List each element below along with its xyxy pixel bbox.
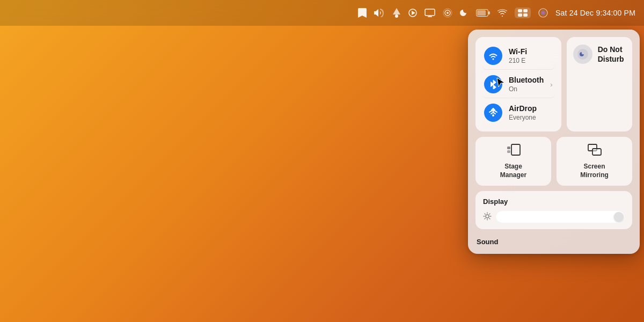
screen-mirroring-tile[interactable]: Screen Mirroring	[557, 137, 632, 186]
control-center-panel: Wi-Fi 210 E Bluetooth On ›	[468, 30, 640, 254]
svg-point-25	[486, 215, 489, 218]
svg-point-18	[492, 114, 494, 116]
dnd-text: Do Not Disturb	[598, 45, 624, 64]
brightness-fill	[496, 211, 625, 223]
display-bar-icon[interactable]	[425, 9, 435, 17]
svg-rect-13	[523, 13, 528, 17]
bookmark-icon[interactable]	[358, 8, 367, 18]
do-not-disturb-icon	[573, 45, 592, 64]
svg-rect-20	[511, 144, 520, 155]
airdrop-subtitle: Everyone	[509, 114, 553, 121]
airdrop-item[interactable]: AirDrop Everyone	[482, 99, 555, 126]
focus-moon-icon[interactable]	[460, 9, 469, 17]
battery-icon[interactable]	[476, 9, 490, 17]
svg-point-4	[447, 12, 449, 14]
svg-marker-2	[412, 11, 415, 15]
svg-rect-24	[592, 149, 601, 155]
bluetooth-chevron: ›	[550, 80, 552, 89]
svg-rect-9	[477, 10, 486, 16]
menubar-clock: Sat 24 Dec 9:34:00 PM	[555, 9, 635, 17]
airdrop-icon	[484, 104, 502, 122]
menubar: Sat 24 Dec 9:34:00 PM	[0, 0, 644, 26]
screen-record-icon[interactable]	[443, 8, 452, 18]
svg-rect-8	[488, 11, 490, 14]
cc-connectivity-block: Wi-Fi 210 E Bluetooth On ›	[475, 37, 561, 131]
wifi-bar-icon[interactable]	[497, 9, 507, 17]
airdrop-bar-icon[interactable]	[392, 8, 401, 18]
svg-rect-21	[507, 147, 510, 149]
display-title: Display	[483, 197, 625, 206]
sound-title: Sound	[477, 238, 498, 246]
stage-manager-label: Stage Manager	[500, 163, 526, 179]
dnd-title-line1: Do Not	[598, 45, 623, 54]
svg-rect-3	[425, 9, 435, 16]
cc-second-row: Stage Manager Screen Mirroring	[475, 137, 632, 186]
airdrop-text: AirDrop Everyone	[509, 104, 553, 121]
svg-rect-11	[523, 9, 528, 12]
screen-mirroring-label: Screen Mirroring	[580, 163, 609, 179]
wifi-title: Wi-Fi	[509, 47, 553, 56]
svg-rect-22	[507, 150, 510, 153]
bluetooth-subtitle: On	[509, 85, 544, 93]
do-not-disturb-item[interactable]: Do Not Disturb	[567, 37, 632, 131]
brightness-slider[interactable]	[496, 211, 625, 223]
svg-point-17	[493, 58, 494, 60]
svg-point-16	[542, 12, 545, 14]
display-section: Display	[475, 191, 632, 229]
siri-icon[interactable]	[538, 8, 548, 18]
volume-icon[interactable]	[374, 9, 385, 17]
bluetooth-icon	[484, 75, 502, 93]
svg-rect-12	[518, 13, 522, 17]
play-bar-icon[interactable]	[408, 9, 417, 17]
brightness-row	[483, 211, 625, 223]
menubar-right: Sat 24 Dec 9:34:00 PM	[358, 8, 635, 18]
airdrop-title: AirDrop	[509, 104, 553, 113]
stage-manager-tile[interactable]: Stage Manager	[475, 137, 551, 186]
svg-rect-10	[518, 9, 522, 12]
svg-point-19	[577, 49, 588, 60]
wifi-item[interactable]: Wi-Fi 210 E	[482, 42, 555, 70]
wifi-text: Wi-Fi 210 E	[509, 47, 553, 64]
brightness-low-icon	[483, 212, 492, 222]
bluetooth-item[interactable]: Bluetooth On ›	[482, 71, 555, 98]
wifi-icon	[484, 47, 502, 65]
bluetooth-title: Bluetooth	[509, 76, 544, 85]
dnd-title-line2: Disturb	[598, 55, 624, 63]
control-center-icon[interactable]	[515, 8, 531, 18]
sound-label-row: Sound	[475, 235, 632, 246]
screen-mirroring-icon	[587, 143, 602, 159]
cc-top-row: Wi-Fi 210 E Bluetooth On ›	[475, 37, 632, 131]
svg-point-0	[395, 14, 398, 18]
brightness-thumb	[614, 212, 624, 222]
stage-manager-icon	[506, 143, 521, 159]
bluetooth-text: Bluetooth On	[509, 76, 544, 93]
wifi-subtitle: 210 E	[509, 57, 553, 64]
